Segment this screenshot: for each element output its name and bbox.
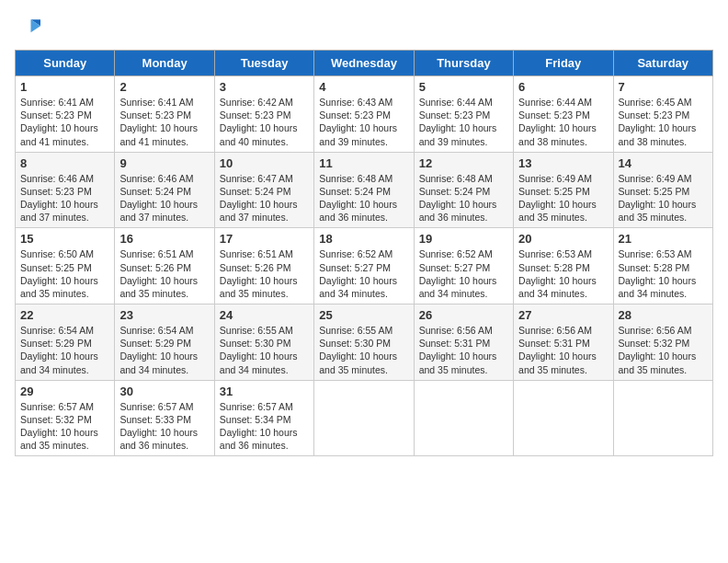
- day-number: 6: [518, 80, 608, 94]
- col-header-tuesday: Tuesday: [214, 51, 313, 76]
- day-info: Sunrise: 6:48 AM Sunset: 5:24 PM Dayligh…: [319, 172, 408, 224]
- day-cell-1: 1 Sunrise: 6:41 AM Sunset: 5:23 PM Dayli…: [16, 76, 115, 153]
- logo: [15, 15, 44, 40]
- day-number: 17: [220, 232, 309, 246]
- day-info: Sunrise: 6:53 AM Sunset: 5:28 PM Dayligh…: [619, 247, 708, 300]
- day-info: Sunrise: 6:48 AM Sunset: 5:24 PM Dayligh…: [419, 172, 508, 224]
- day-number: 16: [119, 232, 209, 246]
- day-info: Sunrise: 6:53 AM Sunset: 5:28 PM Dayligh…: [518, 247, 608, 300]
- day-cell-2: 2 Sunrise: 6:41 AM Sunset: 5:23 PM Dayli…: [115, 76, 214, 153]
- day-info: Sunrise: 6:51 AM Sunset: 5:26 PM Dayligh…: [119, 247, 209, 300]
- day-number: 11: [319, 156, 408, 170]
- day-cell-9: 9 Sunrise: 6:46 AM Sunset: 5:24 PM Dayli…: [115, 152, 214, 228]
- day-info: Sunrise: 6:44 AM Sunset: 5:23 PM Dayligh…: [518, 96, 608, 148]
- day-cell-15: 15 Sunrise: 6:50 AM Sunset: 5:25 PM Dayl…: [16, 228, 115, 304]
- day-number: 5: [419, 80, 508, 94]
- day-info: Sunrise: 6:57 AM Sunset: 5:34 PM Dayligh…: [220, 400, 309, 453]
- day-number: 2: [119, 80, 209, 94]
- day-info: Sunrise: 6:49 AM Sunset: 5:25 PM Dayligh…: [619, 172, 708, 224]
- empty-cell: [613, 380, 712, 456]
- day-info: Sunrise: 6:51 AM Sunset: 5:26 PM Dayligh…: [220, 247, 309, 300]
- day-number: 19: [419, 232, 508, 246]
- calendar-week-4: 29 Sunrise: 6:57 AM Sunset: 5:32 PM Dayl…: [16, 380, 713, 456]
- day-number: 14: [619, 156, 708, 170]
- day-number: 22: [20, 308, 109, 322]
- col-header-saturday: Saturday: [613, 51, 712, 76]
- day-cell-28: 28 Sunrise: 6:56 AM Sunset: 5:32 PM Dayl…: [613, 304, 712, 381]
- day-cell-13: 13 Sunrise: 6:49 AM Sunset: 5:25 PM Dayl…: [514, 152, 613, 228]
- day-number: 29: [20, 385, 109, 398]
- day-cell-31: 31 Sunrise: 6:57 AM Sunset: 5:34 PM Dayl…: [214, 380, 313, 456]
- day-cell-29: 29 Sunrise: 6:57 AM Sunset: 5:32 PM Dayl…: [16, 380, 115, 456]
- day-cell-19: 19 Sunrise: 6:52 AM Sunset: 5:27 PM Dayl…: [414, 228, 513, 304]
- day-cell-5: 5 Sunrise: 6:44 AM Sunset: 5:23 PM Dayli…: [414, 76, 513, 153]
- day-cell-25: 25 Sunrise: 6:55 AM Sunset: 5:30 PM Dayl…: [314, 304, 414, 381]
- day-info: Sunrise: 6:49 AM Sunset: 5:25 PM Dayligh…: [518, 172, 608, 224]
- day-number: 13: [518, 156, 608, 170]
- calendar-header-row: SundayMondayTuesdayWednesdayThursdayFrid…: [16, 51, 713, 76]
- day-info: Sunrise: 6:56 AM Sunset: 5:31 PM Dayligh…: [518, 324, 608, 376]
- day-info: Sunrise: 6:41 AM Sunset: 5:23 PM Dayligh…: [20, 96, 109, 148]
- calendar-week-1: 8 Sunrise: 6:46 AM Sunset: 5:23 PM Dayli…: [16, 152, 713, 228]
- calendar-week-2: 15 Sunrise: 6:50 AM Sunset: 5:25 PM Dayl…: [16, 228, 713, 304]
- day-number: 3: [220, 80, 309, 94]
- calendar-week-0: 1 Sunrise: 6:41 AM Sunset: 5:23 PM Dayli…: [16, 76, 713, 153]
- day-cell-3: 3 Sunrise: 6:42 AM Sunset: 5:23 PM Dayli…: [214, 76, 313, 153]
- day-info: Sunrise: 6:55 AM Sunset: 5:30 PM Dayligh…: [220, 324, 309, 376]
- calendar-week-3: 22 Sunrise: 6:54 AM Sunset: 5:29 PM Dayl…: [16, 304, 713, 381]
- calendar-table: SundayMondayTuesdayWednesdayThursdayFrid…: [15, 50, 713, 456]
- day-info: Sunrise: 6:57 AM Sunset: 5:32 PM Dayligh…: [20, 400, 109, 453]
- day-number: 7: [619, 80, 708, 94]
- day-info: Sunrise: 6:46 AM Sunset: 5:23 PM Dayligh…: [20, 172, 109, 224]
- page-header: [15, 15, 713, 40]
- day-cell-20: 20 Sunrise: 6:53 AM Sunset: 5:28 PM Dayl…: [514, 228, 613, 304]
- day-cell-27: 27 Sunrise: 6:56 AM Sunset: 5:31 PM Dayl…: [514, 304, 613, 381]
- day-number: 10: [220, 156, 309, 170]
- day-info: Sunrise: 6:50 AM Sunset: 5:25 PM Dayligh…: [20, 247, 109, 300]
- col-header-friday: Friday: [514, 51, 613, 76]
- day-cell-6: 6 Sunrise: 6:44 AM Sunset: 5:23 PM Dayli…: [514, 76, 613, 153]
- day-number: 4: [319, 80, 408, 94]
- day-info: Sunrise: 6:52 AM Sunset: 5:27 PM Dayligh…: [319, 247, 408, 300]
- day-number: 30: [119, 385, 209, 398]
- day-number: 8: [20, 156, 109, 170]
- day-cell-8: 8 Sunrise: 6:46 AM Sunset: 5:23 PM Dayli…: [16, 152, 115, 228]
- day-info: Sunrise: 6:43 AM Sunset: 5:23 PM Dayligh…: [319, 96, 408, 148]
- day-cell-24: 24 Sunrise: 6:55 AM Sunset: 5:30 PM Dayl…: [214, 304, 313, 381]
- day-number: 18: [319, 232, 408, 246]
- col-header-wednesday: Wednesday: [314, 51, 414, 76]
- day-cell-12: 12 Sunrise: 6:48 AM Sunset: 5:24 PM Dayl…: [414, 152, 513, 228]
- day-number: 31: [220, 385, 309, 398]
- day-cell-23: 23 Sunrise: 6:54 AM Sunset: 5:29 PM Dayl…: [115, 304, 214, 381]
- day-number: 28: [619, 308, 708, 322]
- day-number: 25: [319, 308, 408, 322]
- day-number: 1: [20, 80, 109, 94]
- day-info: Sunrise: 6:52 AM Sunset: 5:27 PM Dayligh…: [419, 247, 508, 300]
- day-number: 12: [419, 156, 508, 170]
- day-cell-18: 18 Sunrise: 6:52 AM Sunset: 5:27 PM Dayl…: [314, 228, 414, 304]
- empty-cell: [414, 380, 513, 456]
- day-number: 21: [619, 232, 708, 246]
- col-header-monday: Monday: [115, 51, 214, 76]
- day-number: 26: [419, 308, 508, 322]
- day-cell-11: 11 Sunrise: 6:48 AM Sunset: 5:24 PM Dayl…: [314, 152, 414, 228]
- empty-cell: [314, 380, 414, 456]
- day-number: 9: [119, 156, 209, 170]
- day-info: Sunrise: 6:55 AM Sunset: 5:30 PM Dayligh…: [319, 324, 408, 376]
- col-header-sunday: Sunday: [16, 51, 115, 76]
- day-cell-21: 21 Sunrise: 6:53 AM Sunset: 5:28 PM Dayl…: [613, 228, 712, 304]
- day-cell-14: 14 Sunrise: 6:49 AM Sunset: 5:25 PM Dayl…: [613, 152, 712, 228]
- day-info: Sunrise: 6:56 AM Sunset: 5:31 PM Dayligh…: [419, 324, 508, 376]
- day-number: 23: [119, 308, 209, 322]
- day-cell-17: 17 Sunrise: 6:51 AM Sunset: 5:26 PM Dayl…: [214, 228, 313, 304]
- day-number: 24: [220, 308, 309, 322]
- day-cell-26: 26 Sunrise: 6:56 AM Sunset: 5:31 PM Dayl…: [414, 304, 513, 381]
- day-cell-7: 7 Sunrise: 6:45 AM Sunset: 5:23 PM Dayli…: [613, 76, 712, 153]
- day-info: Sunrise: 6:54 AM Sunset: 5:29 PM Dayligh…: [119, 324, 209, 376]
- day-number: 15: [20, 232, 109, 246]
- day-info: Sunrise: 6:47 AM Sunset: 5:24 PM Dayligh…: [220, 172, 309, 224]
- day-info: Sunrise: 6:46 AM Sunset: 5:24 PM Dayligh…: [119, 172, 209, 224]
- day-info: Sunrise: 6:44 AM Sunset: 5:23 PM Dayligh…: [419, 96, 508, 148]
- day-cell-4: 4 Sunrise: 6:43 AM Sunset: 5:23 PM Dayli…: [314, 76, 414, 153]
- empty-cell: [514, 380, 613, 456]
